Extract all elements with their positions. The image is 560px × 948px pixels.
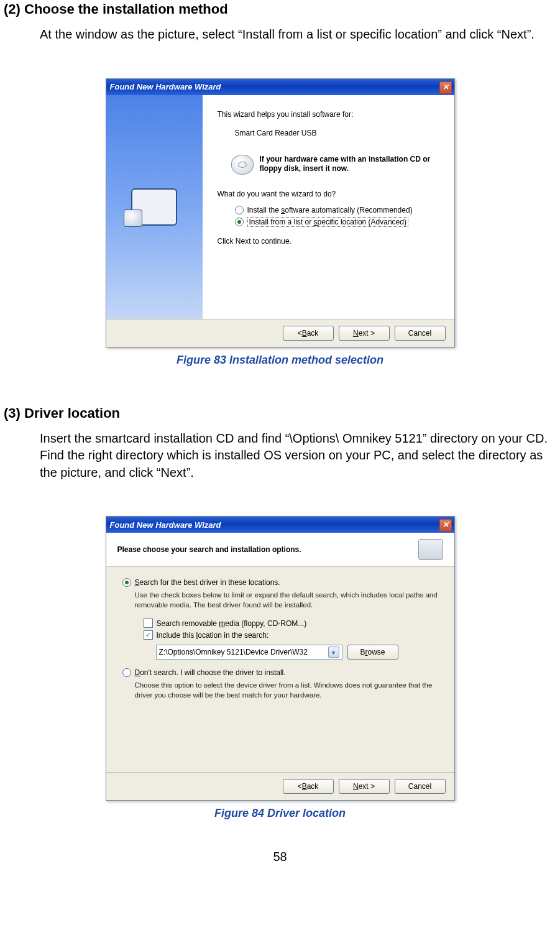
back-button[interactable]: < Back [283,779,334,794]
dont-search-note: Choose this option to select the device … [135,681,438,700]
t: Search removable [157,619,219,628]
figure-83-caption: Figure 83 Installation method selection [177,354,383,367]
device-name: Smart Card Reader USB [235,129,443,137]
titlebar: Found New Hardware Wizard ✕ [106,79,454,95]
hardware-icon [131,188,177,226]
radio-label: Don't search. I will choose the driver t… [135,668,286,677]
wizard-side-graphic [106,95,203,319]
click-next-text: Click Next to continue. [218,237,443,246]
chevron-down-icon[interactable]: ▾ [328,647,339,658]
checkbox-include-location[interactable]: Include this location in the search: [144,629,438,641]
t: on't search. I will choose the driver to… [140,668,285,677]
section-3-paragraph: Insert the smartcard installation CD and… [40,430,556,482]
t: pecific location (Advanced) [318,218,406,226]
section-2-paragraph: At the window as the picture, select “In… [40,26,556,44]
path-value: Z:\Options\Omnikey 5121\Device Driver\W3… [159,648,308,656]
wizard-window-84: Found New Hardware Wizard ✕ Please choos… [106,516,455,801]
checkbox-label: Search removable media (floppy, CD-ROM..… [157,619,307,628]
next-button[interactable]: Next > [339,779,390,794]
t: m [219,619,225,628]
t: ack [307,782,319,791]
radio-install-advanced[interactable]: Install from a list or specific location… [235,216,443,228]
wizard-header: Please choose your search and installati… [106,533,454,567]
wizard-content: This wizard helps you install software f… [106,95,454,319]
radio-icon [122,668,131,677]
t: N [353,782,359,791]
radio-label: Search for the best driver in these loca… [135,578,280,587]
titlebar: Found New Hardware Wizard ✕ [106,517,454,533]
t: ack [307,329,319,338]
cancel-button[interactable]: Cancel [395,779,446,794]
cd-hint-text: If your hardware came with an installati… [260,155,443,173]
wizard-main: This wizard helps you install software f… [203,95,454,319]
radio-selected-icon [122,578,131,587]
t: edia (floppy, CD-ROM...) [225,619,306,628]
t: owse [368,648,385,656]
figure-84-caption: Figure 84 Driver location [214,807,346,820]
radio-group: Install the software automatically (Reco… [235,205,443,228]
window-title: Found New Hardware Wizard [110,82,221,91]
page-number: 58 [0,850,560,864]
radio-search-best[interactable]: Search for the best driver in these loca… [122,578,438,587]
t: N [353,329,359,338]
prompt-text: What do you want the wizard to do? [218,190,443,198]
t: S [135,578,140,587]
window-title: Found New Hardware Wizard [110,520,221,530]
location-path-combobox[interactable]: Z:\Options\Omnikey 5121\Device Driver\W3… [156,645,342,660]
cd-icon [231,155,254,175]
t: oftware automatically (Recommended) [285,206,412,214]
hardware-icon [418,539,443,560]
checkbox-icon [144,619,153,628]
wizard-window-83: Found New Hardware Wizard ✕ This wizard … [106,78,455,347]
radio-icon [235,206,244,214]
t: Install from a list or [249,218,314,226]
t: ext > [359,782,375,791]
location-row: Z:\Options\Omnikey 5121\Device Driver\W3… [156,645,438,660]
t: D [135,668,140,677]
t: ext > [359,329,375,338]
cd-hint: If your hardware came with an installati… [231,155,443,175]
t: earch for the best driver in these locat… [140,578,280,587]
figure-84: Found New Hardware Wizard ✕ Please choos… [0,516,560,820]
header-title: Please choose your search and installati… [117,545,301,554]
t: < [298,329,302,338]
button-bar: < Back Next > Cancel [106,772,454,800]
lead-text: This wizard helps you install software f… [218,110,443,119]
radio-label: Install the software automatically (Reco… [247,206,413,214]
t: B [360,648,365,656]
radio-dont-search[interactable]: Don't search. I will choose the driver t… [122,668,438,677]
t: B [302,329,307,338]
radio-label-selected: Install from a list or specific location… [247,217,408,227]
figure-83: Found New Hardware Wizard ✕ This wizard … [0,78,560,367]
cancel-button[interactable]: Cancel [395,326,446,341]
t: < [298,782,302,791]
checkbox-label: Include this location in the search: [157,631,269,640]
next-button[interactable]: Next > [339,326,390,341]
checkbox-checked-icon [144,630,153,640]
close-icon[interactable]: ✕ [439,519,452,532]
t: ocation in the search: [198,631,269,640]
t: Install the [247,206,282,214]
back-button[interactable]: < Back [283,326,334,341]
browse-button[interactable]: Browse [347,645,398,660]
search-note: Use the check boxes below to limit or ex… [135,591,438,610]
section-3-heading: (3) Driver location [0,405,560,421]
button-bar: < Back Next > Cancel [106,319,454,347]
t: B [302,782,307,791]
radio-selected-icon [235,218,244,226]
close-icon[interactable]: ✕ [439,81,452,94]
wizard-body: Search for the best driver in these loca… [106,567,454,772]
section-2-heading: (2) Choose the installation method [0,1,560,17]
t: Include this [157,631,196,640]
checkbox-removable-media[interactable]: Search removable media (floppy, CD-ROM..… [144,617,438,629]
radio-install-auto[interactable]: Install the software automatically (Reco… [235,205,443,216]
